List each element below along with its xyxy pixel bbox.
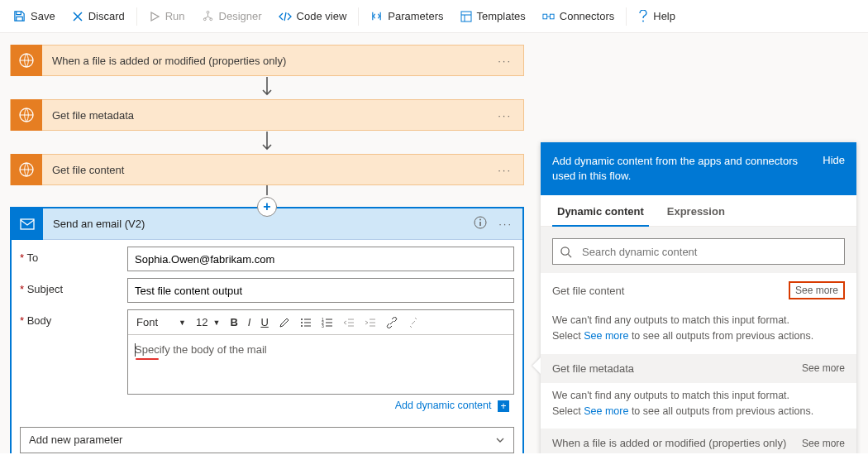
font-family-select[interactable]: Font▼ bbox=[131, 316, 191, 328]
svg-point-15 bbox=[301, 325, 303, 327]
svg-point-14 bbox=[301, 322, 303, 323]
see-more-button[interactable]: See more bbox=[802, 438, 845, 449]
step-more-button[interactable]: ··· bbox=[486, 164, 523, 176]
card-more-button[interactable]: ··· bbox=[494, 218, 522, 230]
panel-search[interactable] bbox=[552, 238, 845, 265]
see-more-button[interactable]: See more bbox=[789, 281, 845, 299]
see-more-inline-link[interactable]: See more bbox=[584, 330, 628, 342]
step-more-button[interactable]: ··· bbox=[486, 109, 523, 122]
chevron-down-icon: ▼ bbox=[212, 318, 220, 327]
bold-button[interactable]: B bbox=[225, 314, 242, 330]
svg-point-12 bbox=[479, 219, 481, 221]
connectors-button[interactable]: Connectors bbox=[534, 0, 622, 32]
see-more-inline-link[interactable]: See more bbox=[584, 405, 628, 417]
connector-arrow bbox=[10, 76, 524, 99]
discard-label: Discard bbox=[88, 10, 125, 22]
svg-point-13 bbox=[301, 318, 303, 320]
run-label: Run bbox=[165, 10, 185, 22]
panel-intro: Add dynamic content from the apps and co… bbox=[552, 154, 823, 184]
templates-label: Templates bbox=[477, 10, 526, 22]
card-title: Send an email (V2) bbox=[43, 218, 467, 230]
outdent-button[interactable] bbox=[338, 315, 360, 330]
number-list-button[interactable]: 123 bbox=[317, 315, 338, 330]
dynamic-content-tab[interactable]: Dynamic content bbox=[546, 195, 656, 226]
discard-button[interactable]: Discard bbox=[64, 0, 133, 32]
help-button[interactable]: Help bbox=[630, 0, 684, 32]
section-trigger: When a file is added or modified (proper… bbox=[541, 429, 856, 453]
hide-panel-button[interactable]: Hide bbox=[823, 154, 845, 166]
svg-point-19 bbox=[561, 247, 569, 255]
panel-callout-notch bbox=[532, 357, 541, 374]
plus-icon[interactable]: + bbox=[498, 400, 509, 412]
connector-arrow bbox=[10, 185, 524, 197]
get-metadata-step[interactable]: Get file metadata ··· bbox=[10, 99, 524, 131]
send-email-card: + Send an email (V2) ··· * To * Subject bbox=[10, 207, 524, 453]
editor-toolbar: Font▼ 12▼ B I U 123 bbox=[128, 310, 513, 335]
card-body: * To * Subject * Body Font▼ 12▼ B bbox=[12, 240, 522, 420]
connectors-icon bbox=[542, 11, 555, 22]
step-more-button[interactable]: ··· bbox=[486, 55, 523, 67]
link-button[interactable] bbox=[381, 315, 403, 330]
subject-input[interactable] bbox=[127, 278, 514, 303]
insert-step-button[interactable]: + bbox=[257, 197, 277, 217]
outlook-icon bbox=[12, 208, 43, 240]
underline-button[interactable]: U bbox=[255, 314, 273, 330]
add-dynamic-content-link[interactable]: Add dynamic content bbox=[395, 400, 492, 411]
save-button[interactable]: Save bbox=[5, 0, 64, 32]
separator bbox=[358, 7, 359, 26]
dynamic-content-panel: Add dynamic content from the apps and co… bbox=[541, 142, 856, 453]
expression-tab[interactable]: Expression bbox=[656, 195, 737, 226]
designer-icon bbox=[202, 10, 214, 22]
panel-tabs: Dynamic content Expression bbox=[541, 195, 856, 227]
panel-search-wrap bbox=[541, 227, 856, 273]
indent-button[interactable] bbox=[360, 315, 381, 330]
section-title: When a file is added or modified (proper… bbox=[552, 437, 786, 449]
chevron-down-icon: ▼ bbox=[179, 318, 186, 327]
parameters-icon bbox=[370, 10, 383, 22]
sharepoint-icon bbox=[11, 154, 42, 185]
svg-rect-4 bbox=[543, 14, 547, 19]
separator bbox=[136, 7, 137, 26]
card-info-button[interactable] bbox=[467, 216, 494, 232]
svg-text:3: 3 bbox=[322, 323, 324, 328]
to-label: * To bbox=[20, 247, 127, 264]
see-more-button[interactable]: See more bbox=[802, 362, 845, 374]
templates-button[interactable]: Templates bbox=[452, 0, 534, 32]
connector-arrow bbox=[10, 131, 524, 154]
parameters-button[interactable]: Parameters bbox=[362, 0, 451, 32]
designer-button: Designer bbox=[193, 0, 270, 32]
sharepoint-icon bbox=[11, 45, 42, 76]
get-content-step[interactable]: Get file content ··· bbox=[10, 154, 524, 185]
designer-label: Designer bbox=[219, 10, 262, 22]
section-get-file-content: Get file content See more bbox=[541, 273, 856, 308]
search-input[interactable] bbox=[580, 245, 837, 259]
run-button: Run bbox=[141, 0, 193, 32]
svg-point-6 bbox=[642, 21, 644, 22]
bullet-list-button[interactable] bbox=[295, 315, 317, 330]
trigger-step[interactable]: When a file is added or modified (proper… bbox=[10, 45, 524, 76]
code-view-button[interactable]: Code view bbox=[270, 0, 355, 32]
font-size-select[interactable]: 12▼ bbox=[191, 316, 225, 328]
command-bar: Save Discard Run Designer Code view Para… bbox=[0, 0, 868, 33]
highlight-button[interactable] bbox=[274, 315, 295, 330]
section-get-file-metadata: Get file metadata See more bbox=[541, 354, 856, 383]
section-empty-message: We can't find any outputs to match this … bbox=[541, 383, 856, 429]
unlink-button[interactable] bbox=[403, 315, 424, 330]
save-icon bbox=[13, 10, 26, 22]
section-empty-message: We can't find any outputs to match this … bbox=[541, 308, 856, 354]
add-new-parameter-select[interactable]: Add new parameter bbox=[20, 427, 514, 453]
play-icon bbox=[149, 11, 160, 22]
body-textarea[interactable]: Specify the body of the mail bbox=[128, 335, 513, 394]
designer-canvas: When a file is added or modified (proper… bbox=[0, 33, 868, 453]
panel-header: Add dynamic content from the apps and co… bbox=[541, 142, 856, 195]
body-label: * Body bbox=[20, 309, 127, 327]
close-icon bbox=[72, 11, 83, 22]
to-input[interactable] bbox=[127, 247, 514, 271]
step-title: Get file metadata bbox=[42, 109, 486, 122]
subject-label: * Subject bbox=[20, 278, 127, 295]
italic-button[interactable]: I bbox=[243, 314, 256, 330]
chevron-down-icon bbox=[495, 435, 505, 445]
code-view-label: Code view bbox=[297, 10, 347, 22]
svg-rect-5 bbox=[550, 14, 554, 19]
help-label: Help bbox=[653, 10, 675, 22]
